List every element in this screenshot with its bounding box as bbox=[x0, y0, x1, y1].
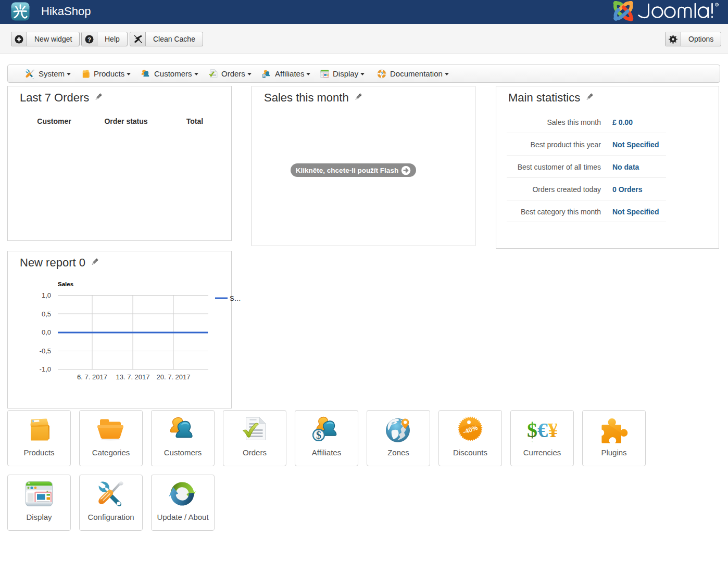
svg-text:0,5: 0,5 bbox=[42, 310, 51, 318]
svg-text:$: $ bbox=[527, 438, 537, 442]
svg-text:?: ? bbox=[87, 36, 91, 42]
svg-text:-0,5: -0,5 bbox=[40, 347, 51, 355]
svg-text:0,0: 0,0 bbox=[42, 328, 51, 336]
svg-text:20. 7. 2017: 20. 7. 2017 bbox=[156, 373, 190, 381]
svg-text:¥: ¥ bbox=[548, 438, 557, 442]
svg-text:$: $ bbox=[316, 429, 321, 441]
svg-text:?: ? bbox=[380, 71, 383, 76]
svg-text:R: R bbox=[716, 3, 718, 6]
svg-text:6. 7. 2017: 6. 7. 2017 bbox=[77, 373, 107, 381]
svg-text:$: $ bbox=[263, 74, 265, 78]
svg-text:€: € bbox=[537, 438, 548, 442]
svg-text:13. 7. 2017: 13. 7. 2017 bbox=[116, 373, 149, 381]
svg-text:-1,0: -1,0 bbox=[40, 365, 51, 373]
svg-text:1,0: 1,0 bbox=[42, 291, 51, 299]
svg-text:Sales: Sales bbox=[58, 281, 73, 287]
svg-text:S…: S… bbox=[230, 295, 241, 302]
